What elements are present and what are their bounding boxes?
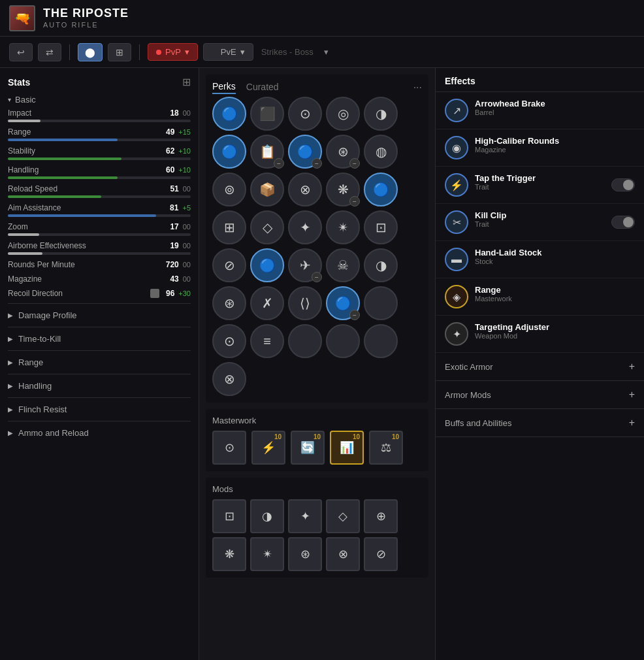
tab-more-btn[interactable]: ··· bbox=[413, 82, 422, 93]
flinch-section[interactable]: ▶ Flinch Resist bbox=[8, 397, 191, 421]
perk-icon[interactable]: ◇ bbox=[250, 210, 284, 244]
stat-val-impact: 18 bbox=[170, 108, 178, 118]
stats-settings-btn[interactable]: ⊞ bbox=[182, 76, 191, 88]
pvp-label: PvP bbox=[165, 47, 181, 57]
perk-icon[interactable]: 🔵 bbox=[250, 248, 284, 282]
mw-1[interactable]: 10 ⚡ bbox=[251, 431, 285, 465]
stat-name-range: Range bbox=[8, 127, 31, 137]
armor-mods-section[interactable]: Armor Mods + bbox=[436, 381, 644, 409]
flinch-label: Flinch Resist bbox=[18, 404, 67, 414]
perks-tab-bar: Perks Curated ··· bbox=[212, 81, 422, 94]
perk-icon[interactable]: ✦ bbox=[288, 210, 322, 244]
basic-section-toggle[interactable]: ▾ Basic bbox=[8, 95, 191, 105]
perk-icon[interactable]: ⊛ bbox=[212, 286, 246, 320]
view-grid-button[interactable]: ⊞ bbox=[108, 43, 131, 61]
boss-dropdown-btn[interactable]: ▾ bbox=[324, 47, 329, 57]
left-panel: Stats ⊞ ▾ Basic Impact 18 00 Range 49 bbox=[0, 68, 199, 660]
perk-icon[interactable] bbox=[326, 324, 360, 358]
perk-icon[interactable]: ⬛ bbox=[250, 97, 284, 131]
perk-icon[interactable]: ◍ bbox=[364, 135, 398, 169]
undo-button[interactable]: ↩ bbox=[9, 43, 33, 61]
perk-icon[interactable]: ⊙ bbox=[288, 97, 322, 131]
mw-2[interactable]: 10 🔄 bbox=[291, 431, 325, 465]
stat-val-stability: 62 bbox=[166, 146, 174, 156]
perk-icon[interactable]: ⊗ bbox=[212, 362, 246, 396]
killclip-toggle[interactable] bbox=[611, 216, 635, 229]
mod-icon[interactable]: ⊘ bbox=[364, 537, 398, 571]
perk-icon[interactable]: 📦 bbox=[250, 173, 284, 206]
stat-bar-range bbox=[8, 139, 118, 141]
handling-section[interactable]: ▶ Handling bbox=[8, 374, 191, 397]
perk-icon[interactable]: 🔵 bbox=[212, 135, 246, 169]
pve-button[interactable]: PvE ▾ bbox=[203, 43, 253, 61]
perk-icon[interactable] bbox=[364, 324, 398, 358]
highcaliber-subtitle: Magazine bbox=[475, 146, 635, 154]
perks-grid: 🔵 ⬛ ⊙ ◎ ◑ 🔵 📋− 🔵− ⊛− ◍ ⊚ 📦 ⊗ ❋− 🔵 ⊞ ◇ bbox=[212, 97, 422, 396]
perk-icon[interactable]: ⊙ bbox=[212, 324, 246, 358]
tab-perks[interactable]: Perks bbox=[212, 81, 236, 94]
mw-4[interactable]: 10 ⚖ bbox=[369, 431, 403, 465]
stat-val-aim: 81 bbox=[170, 203, 178, 212]
effect-arrowhead: ↗ Arrowhead Brake Barrel bbox=[436, 92, 644, 129]
effect-range-mw: ◈ Range Masterwork bbox=[436, 278, 644, 316]
perk-icon[interactable]: 🔵 bbox=[212, 97, 246, 131]
mod-icon[interactable]: ◇ bbox=[326, 499, 360, 533]
perk-icon[interactable]: ◑ bbox=[364, 97, 398, 131]
ammo-section[interactable]: ▶ Ammo and Reload bbox=[8, 421, 191, 444]
pvp-button[interactable]: PvP ▾ bbox=[148, 43, 198, 61]
ttk-section[interactable]: ▶ Time-to-Kill bbox=[8, 327, 191, 350]
stat-bar-zoom bbox=[8, 233, 39, 236]
mod-icon[interactable]: ❋ bbox=[212, 537, 246, 571]
highcaliber-name: High-Caliber Rounds bbox=[475, 136, 635, 146]
mod-icon[interactable]: ⊡ bbox=[212, 499, 246, 533]
perk-icon[interactable]: ☠ bbox=[326, 248, 360, 282]
view-single-button[interactable]: ⬤ bbox=[78, 43, 103, 61]
perk-icon[interactable] bbox=[288, 324, 322, 358]
perk-icon[interactable]: ≡ bbox=[250, 324, 284, 358]
range-section[interactable]: ▶ Range bbox=[8, 350, 191, 374]
mod-icon[interactable]: ◑ bbox=[250, 499, 284, 533]
perk-icon[interactable]: ⊘ bbox=[212, 248, 246, 282]
stat-magazine: Magazine 43 00 bbox=[8, 274, 191, 284]
stat-name-magazine: Magazine bbox=[8, 274, 42, 284]
perk-icon[interactable]: 🔵 bbox=[364, 173, 398, 206]
perk-icon[interactable]: ⊛− bbox=[326, 135, 360, 169]
taptrigger-name: Tap the Trigger bbox=[475, 173, 605, 183]
perk-icon[interactable] bbox=[364, 286, 398, 320]
tab-curated[interactable]: Curated bbox=[246, 82, 279, 93]
perk-icon[interactable]: ⟨⟩ bbox=[288, 286, 322, 320]
stat-bonus-rpm: 00 bbox=[183, 261, 191, 269]
mw-blank[interactable]: ⊙ bbox=[212, 431, 246, 465]
perk-icon[interactable]: ❋− bbox=[326, 173, 360, 206]
taptrigger-toggle[interactable] bbox=[611, 178, 635, 191]
perk-icon[interactable]: ◑ bbox=[364, 248, 398, 282]
perk-icon[interactable]: ✈− bbox=[288, 248, 322, 282]
buffs-abilities-section[interactable]: Buffs and Abilities + bbox=[436, 409, 644, 437]
perk-icon[interactable]: ⊞ bbox=[212, 210, 246, 244]
stat-bonus-airborne: 00 bbox=[183, 242, 191, 250]
perk-icon[interactable]: ◎ bbox=[326, 97, 360, 131]
perk-icon[interactable]: ✴ bbox=[326, 210, 360, 244]
perk-icon[interactable]: 🔵− bbox=[326, 286, 360, 320]
perk-icon[interactable]: ⊚ bbox=[212, 173, 246, 206]
exotic-armor-label: Exotic Armor bbox=[445, 362, 493, 372]
exotic-armor-section[interactable]: Exotic Armor + bbox=[436, 353, 644, 381]
mod-icon[interactable]: ⊛ bbox=[288, 537, 322, 571]
mw-active[interactable]: 10 📊 bbox=[330, 431, 364, 465]
perk-icon[interactable]: 🔵− bbox=[288, 135, 322, 169]
arrowhead-subtitle: Barrel bbox=[475, 108, 635, 116]
perk-icon[interactable]: ⊗ bbox=[288, 173, 322, 206]
perk-icon[interactable]: 📋− bbox=[250, 135, 284, 169]
damage-profile-section[interactable]: ▶ Damage Profile bbox=[8, 303, 191, 327]
mod-icon[interactable]: ⊗ bbox=[326, 537, 360, 571]
shuffle-button[interactable]: ⇄ bbox=[38, 43, 61, 61]
mod-icon[interactable]: ✴ bbox=[250, 537, 284, 571]
pve-chevron: ▾ bbox=[240, 47, 245, 57]
mod-icon[interactable]: ✦ bbox=[288, 499, 322, 533]
mod-icon[interactable]: ⊕ bbox=[364, 499, 398, 533]
stat-range: Range 49 +15 bbox=[8, 127, 191, 141]
perk-icon[interactable]: ⊡ bbox=[364, 210, 398, 244]
stat-bar-stability bbox=[8, 157, 121, 160]
stat-name-recoil: Recoil Direction bbox=[8, 289, 63, 298]
perk-icon[interactable]: ✗ bbox=[250, 286, 284, 320]
